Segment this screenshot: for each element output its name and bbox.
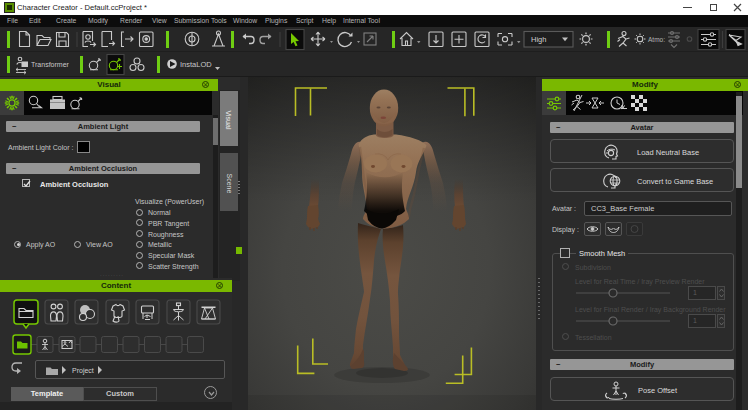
- svg-text:Transformer: Transformer: [31, 61, 70, 68]
- svg-text:Atmo:: Atmo:: [648, 36, 665, 43]
- svg-text:High: High: [531, 35, 546, 44]
- svg-text:InstaLOD: InstaLOD: [180, 60, 212, 69]
